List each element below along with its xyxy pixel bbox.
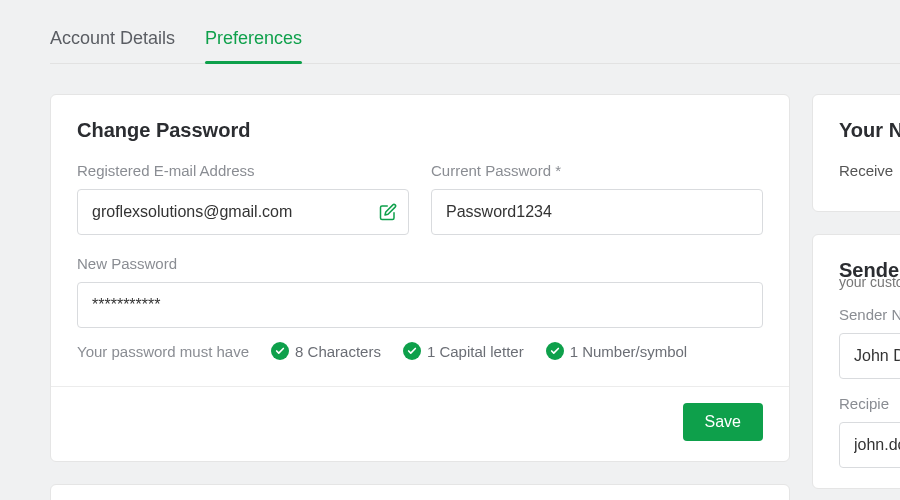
check-icon (271, 342, 289, 360)
password-req-1: 8 Characters (271, 342, 381, 360)
new-password-label: New Password (77, 255, 763, 272)
sender-card: Sender your custo Sender N Recipie (812, 234, 900, 489)
sender-name-label: Sender N (839, 306, 900, 323)
next-card-stub (50, 484, 790, 500)
your-notifications-title: Your N (839, 119, 900, 142)
password-req-2: 1 Capital letter (403, 342, 524, 360)
current-password-field[interactable] (431, 189, 763, 235)
sender-sub: your custo (839, 274, 900, 290)
tab-account-details[interactable]: Account Details (50, 28, 175, 63)
check-icon (546, 342, 564, 360)
save-button[interactable]: Save (683, 403, 763, 441)
sender-name-field[interactable] (839, 333, 900, 379)
card-divider (51, 386, 789, 387)
recipient-field[interactable] (839, 422, 900, 468)
your-notifications-card: Your N Receive (812, 94, 900, 212)
password-req-intro: Your password must have (77, 343, 249, 360)
current-password-label: Current Password * (431, 162, 763, 179)
tab-preferences[interactable]: Preferences (205, 28, 302, 63)
password-requirements: Your password must have 8 Characters 1 C… (77, 342, 763, 360)
password-req-3: 1 Number/symbol (546, 342, 688, 360)
tabs-bar: Account Details Preferences (50, 0, 900, 64)
check-icon (403, 342, 421, 360)
email-label: Registered E-mail Address (77, 162, 409, 179)
your-notifications-text: Receive (839, 162, 900, 179)
change-password-card: Change Password Registered E-mail Addres… (50, 94, 790, 462)
recipient-label: Recipie (839, 395, 900, 412)
new-password-field[interactable] (77, 282, 763, 328)
change-password-title: Change Password (77, 119, 763, 142)
edit-icon[interactable] (379, 203, 397, 221)
email-field[interactable] (77, 189, 409, 235)
